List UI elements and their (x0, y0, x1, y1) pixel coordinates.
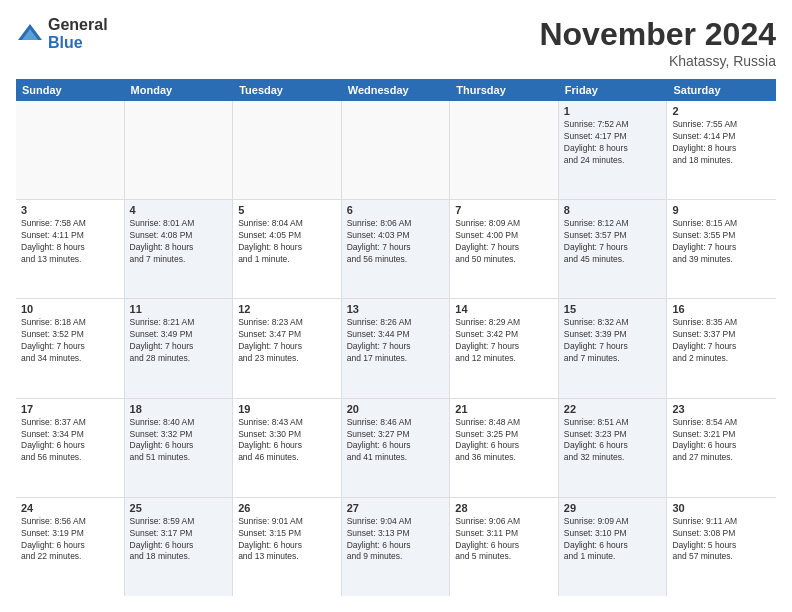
day-info: Sunrise: 9:04 AMSunset: 3:13 PMDaylight:… (347, 516, 445, 564)
day-info: Sunrise: 8:12 AMSunset: 3:57 PMDaylight:… (564, 218, 662, 266)
day-number: 27 (347, 502, 445, 514)
day-info: Sunrise: 8:56 AMSunset: 3:19 PMDaylight:… (21, 516, 119, 564)
day-info: Sunrise: 9:09 AMSunset: 3:10 PMDaylight:… (564, 516, 662, 564)
calendar-week-2: 3Sunrise: 7:58 AMSunset: 4:11 PMDaylight… (16, 200, 776, 299)
day-info: Sunrise: 8:09 AMSunset: 4:00 PMDaylight:… (455, 218, 553, 266)
calendar-cell: 19Sunrise: 8:43 AMSunset: 3:30 PMDayligh… (233, 399, 342, 497)
day-info: Sunrise: 9:01 AMSunset: 3:15 PMDaylight:… (238, 516, 336, 564)
logo: General Blue (16, 16, 108, 51)
day-number: 28 (455, 502, 553, 514)
calendar-cell (233, 101, 342, 199)
day-number: 15 (564, 303, 662, 315)
calendar-cell: 4Sunrise: 8:01 AMSunset: 4:08 PMDaylight… (125, 200, 234, 298)
calendar-cell: 3Sunrise: 7:58 AMSunset: 4:11 PMDaylight… (16, 200, 125, 298)
day-number: 9 (672, 204, 771, 216)
logo-blue: Blue (48, 34, 108, 52)
logo-text: General Blue (48, 16, 108, 51)
calendar-body: 1Sunrise: 7:52 AMSunset: 4:17 PMDaylight… (16, 101, 776, 596)
day-info: Sunrise: 8:15 AMSunset: 3:55 PMDaylight:… (672, 218, 771, 266)
header-day-friday: Friday (559, 79, 668, 101)
day-info: Sunrise: 8:43 AMSunset: 3:30 PMDaylight:… (238, 417, 336, 465)
month-title: November 2024 (539, 16, 776, 53)
day-number: 5 (238, 204, 336, 216)
calendar-cell: 5Sunrise: 8:04 AMSunset: 4:05 PMDaylight… (233, 200, 342, 298)
day-info: Sunrise: 8:54 AMSunset: 3:21 PMDaylight:… (672, 417, 771, 465)
day-number: 13 (347, 303, 445, 315)
calendar-cell: 18Sunrise: 8:40 AMSunset: 3:32 PMDayligh… (125, 399, 234, 497)
day-number: 10 (21, 303, 119, 315)
day-info: Sunrise: 8:51 AMSunset: 3:23 PMDaylight:… (564, 417, 662, 465)
title-section: November 2024 Khatassy, Russia (539, 16, 776, 69)
header-day-monday: Monday (125, 79, 234, 101)
day-info: Sunrise: 7:55 AMSunset: 4:14 PMDaylight:… (672, 119, 771, 167)
calendar-cell: 30Sunrise: 9:11 AMSunset: 3:08 PMDayligh… (667, 498, 776, 596)
calendar-cell: 26Sunrise: 9:01 AMSunset: 3:15 PMDayligh… (233, 498, 342, 596)
day-info: Sunrise: 8:23 AMSunset: 3:47 PMDaylight:… (238, 317, 336, 365)
day-info: Sunrise: 8:35 AMSunset: 3:37 PMDaylight:… (672, 317, 771, 365)
day-info: Sunrise: 8:06 AMSunset: 4:03 PMDaylight:… (347, 218, 445, 266)
calendar-cell: 21Sunrise: 8:48 AMSunset: 3:25 PMDayligh… (450, 399, 559, 497)
calendar-cell: 1Sunrise: 7:52 AMSunset: 4:17 PMDaylight… (559, 101, 668, 199)
day-number: 25 (130, 502, 228, 514)
day-number: 16 (672, 303, 771, 315)
day-info: Sunrise: 7:52 AMSunset: 4:17 PMDaylight:… (564, 119, 662, 167)
header-day-tuesday: Tuesday (233, 79, 342, 101)
calendar-cell: 28Sunrise: 9:06 AMSunset: 3:11 PMDayligh… (450, 498, 559, 596)
calendar-cell (16, 101, 125, 199)
calendar-cell (450, 101, 559, 199)
day-info: Sunrise: 8:21 AMSunset: 3:49 PMDaylight:… (130, 317, 228, 365)
day-number: 22 (564, 403, 662, 415)
calendar-cell: 6Sunrise: 8:06 AMSunset: 4:03 PMDaylight… (342, 200, 451, 298)
day-number: 3 (21, 204, 119, 216)
day-info: Sunrise: 8:59 AMSunset: 3:17 PMDaylight:… (130, 516, 228, 564)
day-number: 21 (455, 403, 553, 415)
day-number: 29 (564, 502, 662, 514)
calendar-header: SundayMondayTuesdayWednesdayThursdayFrid… (16, 79, 776, 101)
calendar-cell (342, 101, 451, 199)
day-number: 6 (347, 204, 445, 216)
calendar-cell: 24Sunrise: 8:56 AMSunset: 3:19 PMDayligh… (16, 498, 125, 596)
calendar-week-5: 24Sunrise: 8:56 AMSunset: 3:19 PMDayligh… (16, 498, 776, 596)
page: General Blue November 2024 Khatassy, Rus… (0, 0, 792, 612)
day-info: Sunrise: 8:32 AMSunset: 3:39 PMDaylight:… (564, 317, 662, 365)
day-info: Sunrise: 7:58 AMSunset: 4:11 PMDaylight:… (21, 218, 119, 266)
day-number: 17 (21, 403, 119, 415)
day-info: Sunrise: 8:18 AMSunset: 3:52 PMDaylight:… (21, 317, 119, 365)
calendar-cell: 15Sunrise: 8:32 AMSunset: 3:39 PMDayligh… (559, 299, 668, 397)
calendar-cell: 20Sunrise: 8:46 AMSunset: 3:27 PMDayligh… (342, 399, 451, 497)
calendar-cell: 22Sunrise: 8:51 AMSunset: 3:23 PMDayligh… (559, 399, 668, 497)
day-info: Sunrise: 8:40 AMSunset: 3:32 PMDaylight:… (130, 417, 228, 465)
header-day-saturday: Saturday (667, 79, 776, 101)
calendar-week-3: 10Sunrise: 8:18 AMSunset: 3:52 PMDayligh… (16, 299, 776, 398)
day-info: Sunrise: 9:11 AMSunset: 3:08 PMDaylight:… (672, 516, 771, 564)
calendar-cell: 13Sunrise: 8:26 AMSunset: 3:44 PMDayligh… (342, 299, 451, 397)
calendar-cell: 9Sunrise: 8:15 AMSunset: 3:55 PMDaylight… (667, 200, 776, 298)
header-day-thursday: Thursday (450, 79, 559, 101)
day-number: 1 (564, 105, 662, 117)
day-number: 14 (455, 303, 553, 315)
day-info: Sunrise: 8:48 AMSunset: 3:25 PMDaylight:… (455, 417, 553, 465)
calendar-cell: 25Sunrise: 8:59 AMSunset: 3:17 PMDayligh… (125, 498, 234, 596)
day-info: Sunrise: 8:46 AMSunset: 3:27 PMDaylight:… (347, 417, 445, 465)
day-number: 11 (130, 303, 228, 315)
header-day-sunday: Sunday (16, 79, 125, 101)
calendar-cell (125, 101, 234, 199)
day-number: 8 (564, 204, 662, 216)
calendar-cell: 17Sunrise: 8:37 AMSunset: 3:34 PMDayligh… (16, 399, 125, 497)
calendar-cell: 8Sunrise: 8:12 AMSunset: 3:57 PMDaylight… (559, 200, 668, 298)
calendar-cell: 11Sunrise: 8:21 AMSunset: 3:49 PMDayligh… (125, 299, 234, 397)
day-number: 20 (347, 403, 445, 415)
calendar-cell: 12Sunrise: 8:23 AMSunset: 3:47 PMDayligh… (233, 299, 342, 397)
calendar-cell: 16Sunrise: 8:35 AMSunset: 3:37 PMDayligh… (667, 299, 776, 397)
day-info: Sunrise: 8:37 AMSunset: 3:34 PMDaylight:… (21, 417, 119, 465)
day-number: 12 (238, 303, 336, 315)
day-number: 23 (672, 403, 771, 415)
day-number: 30 (672, 502, 771, 514)
calendar-cell: 7Sunrise: 8:09 AMSunset: 4:00 PMDaylight… (450, 200, 559, 298)
calendar-cell: 10Sunrise: 8:18 AMSunset: 3:52 PMDayligh… (16, 299, 125, 397)
day-number: 26 (238, 502, 336, 514)
calendar-cell: 14Sunrise: 8:29 AMSunset: 3:42 PMDayligh… (450, 299, 559, 397)
logo-general: General (48, 16, 108, 34)
day-info: Sunrise: 8:04 AMSunset: 4:05 PMDaylight:… (238, 218, 336, 266)
day-number: 7 (455, 204, 553, 216)
